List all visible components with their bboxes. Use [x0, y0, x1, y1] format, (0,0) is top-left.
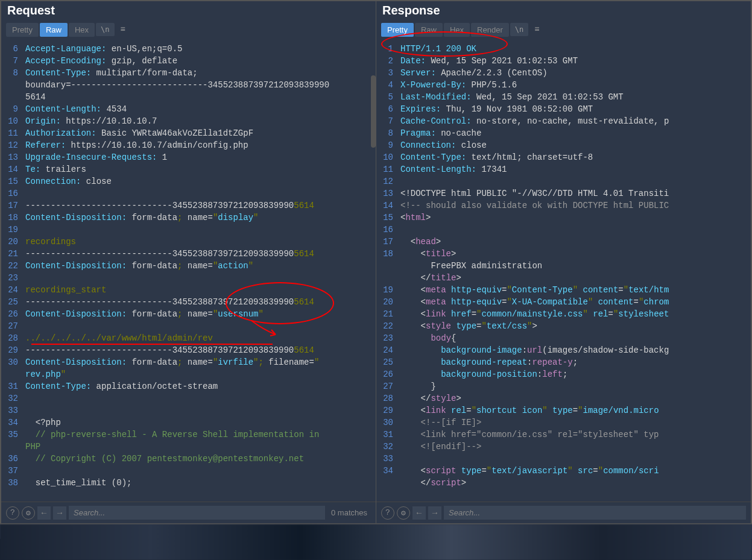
request-code[interactable]: Accept-Language: en-US,en;q=0.5Accept-En…	[24, 39, 376, 502]
response-code[interactable]: HTTP/1.1 200 OKDate: Wed, 15 Sep 2021 01…	[399, 39, 751, 502]
tab-pretty-res[interactable]: Pretty	[381, 23, 414, 37]
response-title: Response	[382, 4, 440, 17]
request-tabs: Pretty Raw Hex \n ≡	[1, 20, 376, 39]
request-code-area[interactable]: 6789101112131415161718192021222324252627…	[1, 39, 376, 502]
help-icon-res[interactable]: ?	[381, 506, 394, 520]
response-tabs: Pretty Raw Hex Render \n ≡	[376, 20, 751, 39]
response-search-input[interactable]	[444, 506, 746, 520]
tab-newline-req[interactable]: \n	[96, 23, 114, 36]
gear-icon[interactable]: ⚙	[22, 506, 35, 520]
help-icon[interactable]: ?	[6, 506, 19, 520]
next-match-button-res[interactable]: →	[428, 506, 441, 520]
request-footer: ? ⚙ ← → 0 matches	[1, 502, 376, 523]
tab-menu-res[interactable]: ≡	[529, 22, 544, 37]
response-footer: ? ⚙ ← →	[376, 502, 751, 523]
response-header: Response	[376, 1, 751, 20]
request-header: Request	[1, 1, 376, 20]
tab-hex-req[interactable]: Hex	[69, 23, 95, 37]
main-container: Request Pretty Raw Hex \n ≡ 678910111213…	[0, 0, 752, 524]
response-code-area[interactable]: 1234567891011121314151617181920212223242…	[376, 39, 751, 502]
gear-icon-res[interactable]: ⚙	[397, 506, 410, 520]
request-scrollbar[interactable]	[371, 75, 376, 477]
request-matches: 0 matches	[327, 508, 371, 517]
tab-raw-res[interactable]: Raw	[415, 23, 443, 37]
tab-raw-req[interactable]: Raw	[40, 23, 68, 37]
tab-newline-res[interactable]: \n	[510, 23, 528, 36]
request-search-input[interactable]	[69, 506, 325, 520]
tab-pretty-req[interactable]: Pretty	[6, 23, 39, 37]
request-panel: Request Pretty Raw Hex \n ≡ 678910111213…	[1, 1, 376, 523]
prev-match-button-res[interactable]: ←	[412, 506, 426, 520]
response-panel: Response Pretty Raw Hex Render \n ≡ 1234…	[376, 1, 751, 523]
tab-hex-res[interactable]: Hex	[444, 23, 470, 37]
response-gutter: 1234567891011121314151617181920212223242…	[376, 39, 399, 502]
tab-render-res[interactable]: Render	[471, 23, 509, 37]
next-match-button[interactable]: →	[53, 506, 66, 520]
prev-match-button[interactable]: ←	[37, 506, 51, 520]
request-gutter: 6789101112131415161718192021222324252627…	[1, 39, 24, 502]
request-title: Request	[7, 4, 55, 17]
desktop-background	[0, 524, 752, 560]
tab-menu-req[interactable]: ≡	[116, 22, 130, 37]
